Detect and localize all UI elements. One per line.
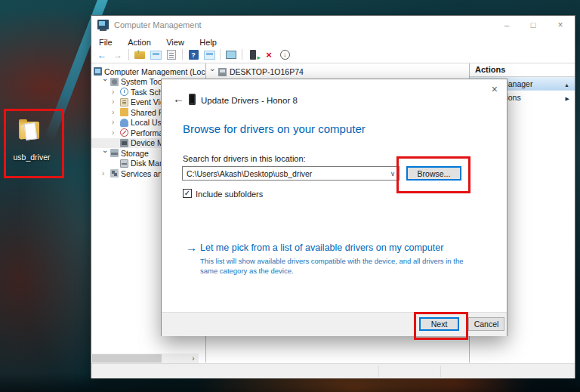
chevron-collapsed-icon[interactable] [112, 129, 118, 137]
menu-help[interactable]: Help [193, 37, 223, 47]
actions-header: Actions [470, 63, 575, 77]
chevron-collapsed-icon[interactable] [102, 170, 108, 177]
computer-management-icon [94, 67, 102, 76]
back-icon[interactable]: ← [95, 48, 109, 61]
chevron-expanded-icon[interactable] [208, 69, 216, 75]
close-window-button[interactable]: × [549, 16, 572, 34]
dialog-heading: Browse for drivers on your computer [183, 122, 366, 135]
chevron-collapsed-icon[interactable] [112, 98, 118, 106]
tree-item-computer-management[interactable]: Computer Management (Local [91, 66, 205, 77]
pick-option-arrow-icon: → [186, 241, 197, 254]
system-tools-icon [110, 78, 119, 86]
statusbar-divider [440, 366, 441, 377]
computer-icon [218, 68, 227, 76]
usb-driver-folder-page [24, 122, 38, 140]
dialog-title: Update Drivers - Honor 8 [201, 96, 298, 105]
next-button[interactable]: Next [419, 317, 459, 331]
phone-device-icon [189, 94, 196, 105]
window-title: Computer Management [114, 20, 202, 29]
menu-view[interactable]: View [160, 37, 190, 47]
chevron-collapsed-icon[interactable] [112, 109, 118, 116]
scroll-right-icon[interactable]: › [188, 353, 199, 363]
expand-icon[interactable] [566, 93, 569, 102]
shared-folders-icon [120, 108, 128, 116]
uninstall-device-icon[interactable]: × [262, 48, 276, 61]
toolbar-separator [128, 49, 129, 60]
chevron-collapsed-icon[interactable] [112, 88, 118, 96]
folder-highlight-box [4, 109, 64, 178]
menu-file[interactable]: File [93, 37, 119, 47]
dialog-close-icon[interactable]: × [492, 83, 498, 95]
maximize-button[interactable]: □ [522, 16, 545, 34]
cancel-button[interactable]: Cancel [468, 317, 504, 331]
help-icon[interactable]: ? [187, 48, 200, 61]
browse-button[interactable]: Browse... [406, 166, 461, 181]
update-driver-icon[interactable] [246, 48, 260, 61]
update-drivers-dialog: × ← Update Drivers - Honor 8 Browse for … [161, 79, 508, 336]
event-viewer-icon [120, 98, 128, 106]
toolbar-separator [220, 49, 221, 60]
local-users-icon [120, 119, 128, 127]
minimize-button[interactable]: – [495, 16, 518, 34]
include-subfolders-label: Include subfolders [196, 190, 263, 199]
chevron-collapsed-icon[interactable] [112, 119, 118, 126]
disable-device-icon[interactable]: ↓ [278, 48, 292, 61]
toolbar-separator [242, 49, 242, 60]
task-scheduler-icon [120, 88, 128, 96]
computer-management-app-icon [97, 20, 109, 29]
driver-location-combobox[interactable]: C:\Users\Akash\Desktop\usb_driver ∨ [182, 166, 400, 181]
properties-icon[interactable] [165, 48, 178, 61]
collapse-icon[interactable] [564, 79, 569, 88]
window-titlebar[interactable]: Computer Management – □ × [91, 16, 575, 35]
pick-drivers-description: This list will show available drivers co… [200, 256, 466, 276]
disk-management-icon [120, 159, 128, 168]
storage-icon [110, 149, 119, 157]
pick-drivers-option[interactable]: Let me pick from a list of available dri… [200, 242, 443, 253]
chevron-expanded-icon[interactable] [101, 79, 109, 85]
driver-location-value: C:\Users\Akash\Desktop\usb_driver [183, 169, 387, 178]
scrollbar-thumb[interactable] [92, 354, 162, 363]
show-console-tree-icon[interactable] [149, 48, 162, 61]
device-manager-icon [120, 139, 128, 147]
location-label: Search for drivers in this location: [183, 154, 306, 163]
menu-action[interactable]: Action [122, 37, 157, 47]
tree-horizontal-scrollbar[interactable]: › [92, 353, 199, 363]
remote-computer-icon[interactable] [224, 48, 238, 61]
status-bar [91, 363, 575, 378]
device-tree-root[interactable]: DESKTOP-1O16P74 [206, 66, 469, 77]
performance-icon [120, 128, 128, 137]
toolbar: ← → ? × ↓ [91, 47, 575, 63]
chevron-expanded-icon[interactable] [101, 150, 109, 156]
desktop-screen: usb_driver Computer Management – □ × Fil… [0, 0, 580, 392]
toolbar-separator [182, 49, 183, 60]
include-subfolders-checkbox[interactable] [183, 189, 192, 198]
up-folder-icon[interactable] [133, 48, 147, 61]
dialog-back-icon[interactable]: ← [173, 92, 184, 105]
forward-icon[interactable]: → [111, 48, 125, 61]
statusbar-divider [378, 366, 379, 377]
usb-driver-folder-label: usb_driver [3, 153, 60, 162]
menu-bar: File Action View Help [91, 35, 575, 47]
show-action-pane-icon[interactable] [202, 48, 216, 61]
services-icon [110, 169, 119, 177]
